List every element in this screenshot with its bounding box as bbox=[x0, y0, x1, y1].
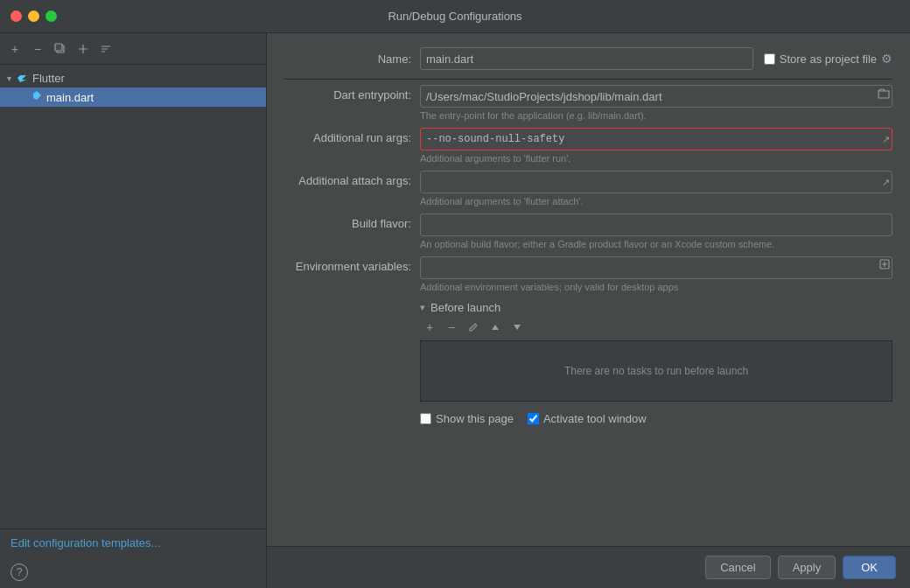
help-button[interactable]: ? bbox=[10, 564, 28, 581]
env-variables-row: Environment variables: Additional enviro… bbox=[284, 256, 892, 292]
run-args-input-wrap: ↗ bbox=[420, 128, 892, 150]
title-bar: Run/Debug Configurations bbox=[0, 0, 910, 33]
env-variables-expand-button[interactable] bbox=[879, 258, 890, 272]
additional-attach-args-label: Additional attach args: bbox=[284, 171, 420, 187]
sort-configurations-button[interactable] bbox=[96, 39, 116, 59]
activate-tool-window-checkbox[interactable] bbox=[528, 413, 539, 424]
svg-marker-2 bbox=[18, 75, 26, 82]
content-panel: Name: Store as project file ⚙ Dart entry… bbox=[267, 33, 910, 588]
before-launch-move-up-button[interactable] bbox=[486, 318, 505, 337]
additional-attach-args-hint: Additional arguments to 'flutter attach'… bbox=[420, 196, 892, 206]
additional-run-args-control: ↗ Additional arguments to 'flutter run'. bbox=[420, 128, 892, 164]
sidebar-toolbar: + − bbox=[0, 33, 266, 65]
store-project-container: Store as project file ⚙ bbox=[764, 52, 892, 66]
activate-tool-window-item: Activate tool window bbox=[528, 412, 647, 425]
before-launch-section: ▾ Before launch + − bbox=[284, 301, 892, 402]
dart-entrypoint-hint: The entry-point for the application (e.g… bbox=[420, 110, 892, 121]
sidebar-tree: ▾ Flutter main.dart bbox=[0, 65, 266, 528]
footer: Cancel Apply OK bbox=[267, 546, 910, 588]
svg-rect-1 bbox=[55, 44, 62, 51]
move-configuration-button[interactable] bbox=[74, 39, 93, 59]
window-controls bbox=[10, 10, 57, 22]
before-launch-toolbar: + − bbox=[420, 318, 892, 337]
sidebar-bottom: Edit configuration templates... bbox=[0, 528, 266, 556]
before-launch-list: There are no tasks to run before launch bbox=[420, 340, 892, 402]
edit-templates-link[interactable]: Edit configuration templates... bbox=[10, 536, 160, 550]
env-variables-control: Additional environment variables; only v… bbox=[420, 256, 892, 292]
flutter-icon bbox=[15, 71, 29, 85]
additional-run-args-hint: Additional arguments to 'flutter run'. bbox=[420, 153, 892, 164]
copy-configuration-button[interactable] bbox=[51, 39, 70, 59]
dart-entrypoint-input[interactable] bbox=[420, 85, 892, 108]
env-variables-label: Environment variables: bbox=[284, 256, 420, 273]
bottom-checkboxes: Show this page Activate tool window bbox=[420, 412, 892, 425]
sidebar-item-flutter[interactable]: ▾ Flutter bbox=[0, 68, 266, 88]
apply-button[interactable]: Apply bbox=[778, 556, 836, 579]
content-body: Name: Store as project file ⚙ Dart entry… bbox=[267, 33, 910, 546]
before-launch-arrow-icon[interactable]: ▾ bbox=[420, 302, 425, 313]
additional-attach-args-input[interactable] bbox=[420, 171, 892, 193]
remove-configuration-button[interactable]: − bbox=[28, 39, 47, 59]
attach-args-expand-button[interactable]: ↗ bbox=[882, 177, 890, 188]
browse-folder-button[interactable] bbox=[878, 88, 890, 102]
name-label: Name: bbox=[284, 52, 420, 66]
name-input-wrap bbox=[420, 47, 753, 70]
before-launch-title: Before launch bbox=[430, 301, 500, 314]
divider-1 bbox=[284, 79, 892, 80]
sidebar-item-main-dart[interactable]: main.dart bbox=[0, 88, 266, 107]
gear-icon[interactable]: ⚙ bbox=[881, 52, 892, 66]
svg-marker-5 bbox=[492, 325, 499, 330]
tree-arrow-icon: ▾ bbox=[7, 74, 11, 83]
entrypoint-input-wrap bbox=[420, 85, 892, 108]
dart-icon bbox=[32, 90, 43, 104]
build-flavor-label: Build flavor: bbox=[284, 214, 420, 230]
flutter-label: Flutter bbox=[32, 72, 65, 85]
before-launch-header: ▾ Before launch bbox=[420, 301, 892, 314]
additional-attach-args-control: ↗ Additional arguments to 'flutter attac… bbox=[420, 171, 892, 206]
dart-entrypoint-control: The entry-point for the application (e.g… bbox=[420, 85, 892, 121]
close-button[interactable] bbox=[10, 10, 22, 22]
env-variables-hint: Additional environment variables; only v… bbox=[420, 282, 892, 292]
additional-run-args-row: Additional run args: ↗ Additional argume… bbox=[284, 128, 892, 164]
build-flavor-hint: An optional build flavor; either a Gradl… bbox=[420, 239, 892, 249]
show-page-checkbox[interactable] bbox=[420, 413, 431, 424]
cancel-button[interactable]: Cancel bbox=[705, 556, 770, 579]
name-row: Name: Store as project file ⚙ bbox=[284, 47, 892, 70]
dart-entrypoint-label: Dart entrypoint: bbox=[284, 85, 420, 102]
show-page-label: Show this page bbox=[436, 412, 514, 425]
footer-buttons: Cancel Apply OK bbox=[705, 556, 896, 579]
run-args-expand-button[interactable]: ↗ bbox=[882, 134, 890, 145]
before-launch-edit-button[interactable] bbox=[464, 318, 483, 337]
env-variables-input[interactable] bbox=[420, 256, 892, 279]
attach-args-input-wrap: ↗ bbox=[420, 171, 892, 193]
main-dart-label: main.dart bbox=[46, 91, 94, 104]
ok-button[interactable]: OK bbox=[843, 556, 896, 579]
name-input[interactable] bbox=[420, 47, 753, 70]
before-launch-remove-button[interactable]: − bbox=[442, 318, 461, 337]
before-launch-add-button[interactable]: + bbox=[420, 318, 439, 337]
activate-tool-window-label: Activate tool window bbox=[543, 412, 647, 425]
main-layout: + − ▾ Flutter bbox=[0, 33, 910, 588]
no-tasks-text: There are no tasks to run before launch bbox=[564, 365, 748, 377]
env-input-wrap bbox=[420, 256, 892, 279]
build-flavor-row: Build flavor: An optional build flavor; … bbox=[284, 214, 892, 249]
svg-marker-3 bbox=[33, 91, 41, 100]
additional-run-args-label: Additional run args: bbox=[284, 128, 420, 144]
build-flavor-input[interactable] bbox=[420, 214, 892, 236]
before-launch-move-down-button[interactable] bbox=[508, 318, 527, 337]
help-container: ? bbox=[0, 556, 266, 588]
sidebar: + − ▾ Flutter bbox=[0, 33, 267, 588]
minimize-button[interactable] bbox=[28, 10, 39, 22]
svg-marker-6 bbox=[514, 325, 521, 330]
dialog-title: Run/Debug Configurations bbox=[388, 10, 522, 23]
additional-attach-args-row: Additional attach args: ↗ Additional arg… bbox=[284, 171, 892, 206]
dart-entrypoint-row: Dart entrypoint: The entry-point for the… bbox=[284, 85, 892, 121]
store-project-label: Store as project file bbox=[780, 52, 877, 66]
additional-run-args-input[interactable] bbox=[420, 128, 892, 150]
build-flavor-control: An optional build flavor; either a Gradl… bbox=[420, 214, 892, 249]
maximize-button[interactable] bbox=[46, 10, 57, 22]
add-configuration-button[interactable]: + bbox=[5, 39, 24, 59]
store-project-checkbox[interactable] bbox=[764, 53, 775, 65]
show-page-item: Show this page bbox=[420, 412, 514, 425]
